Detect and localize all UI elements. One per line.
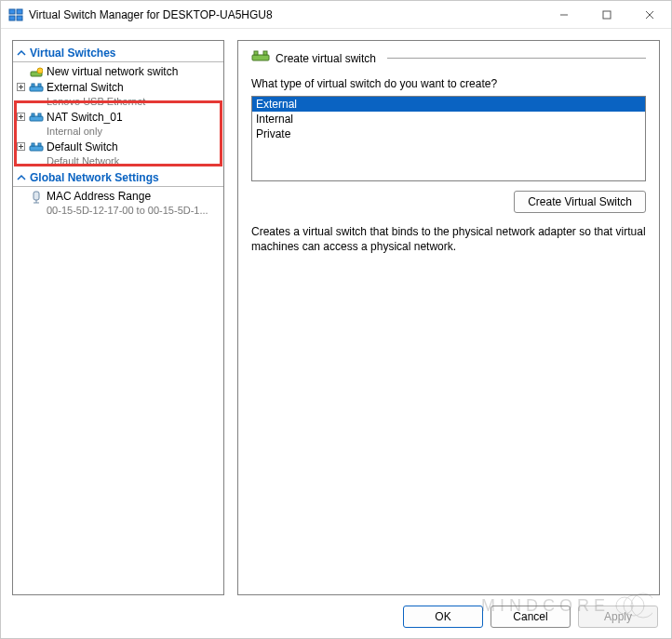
svg-rect-15 [38,84,41,87]
window-title: Virtual Switch Manager for DESKTOP-UA5HG… [29,8,543,21]
switch-icon [29,111,44,125]
client-area: Virtual Switches New virtual network swi… [1,29,671,595]
node-sublabel: Lenovo USB Ethernet [47,95,145,109]
option-internal[interactable]: Internal [252,112,645,126]
node-sublabel: Internal only [47,125,123,139]
switch-type-listbox[interactable]: External Internal Private [251,96,646,181]
sidebar-item-external-switch[interactable]: External Switch Lenovo USB Ethernet [13,80,223,110]
dialog-footer: OK Cancel Apply [1,595,671,638]
close-button[interactable] [628,1,671,28]
expander-icon[interactable] [17,142,26,152]
content-pane: Create virtual switch What type of virtu… [237,40,660,595]
titlebar[interactable]: Virtual Switch Manager for DESKTOP-UA5HG… [1,1,671,29]
svg-rect-33 [263,51,267,55]
mac-icon [29,190,44,204]
maximize-button[interactable] [585,1,628,28]
sidebar-item-new-switch[interactable]: New virtual network switch [13,64,223,80]
svg-rect-20 [32,113,34,116]
new-switch-icon [29,65,44,79]
option-external[interactable]: External [252,97,645,112]
section-label: Virtual Switches [30,47,115,60]
section-label: Global Network Settings [30,171,159,184]
svg-rect-25 [30,146,43,151]
pane-header: Create virtual switch [251,50,646,66]
sidebar-item-nat-switch[interactable]: NAT Switch_01 Internal only [13,110,223,140]
collapse-icon [17,173,26,182]
svg-rect-1 [17,9,22,14]
node-label: NAT Switch_01 [47,111,123,125]
svg-rect-28 [34,192,39,200]
app-icon [8,7,23,22]
create-switch-button[interactable]: Create Virtual Switch [514,191,646,213]
svg-rect-21 [38,113,41,116]
expander-icon[interactable] [17,83,26,92]
prompt-text: What type of virtual switch do you want … [251,77,646,90]
sidebar[interactable]: Virtual Switches New virtual network swi… [12,40,224,595]
window-controls [543,1,671,28]
svg-rect-14 [32,84,34,87]
collapse-icon [17,48,26,58]
divider [387,58,646,59]
node-label: MAC Address Range [47,190,208,204]
svg-rect-2 [9,16,15,20]
svg-rect-19 [30,116,43,121]
pane-title: Create virtual switch [276,52,376,65]
svg-rect-26 [32,143,34,146]
section-virtual-switches[interactable]: Virtual Switches [13,45,223,62]
svg-rect-5 [603,11,611,19]
node-label: Default Switch [47,140,119,154]
section-global-settings[interactable]: Global Network Settings [13,169,223,187]
sidebar-item-default-switch[interactable]: Default Switch Default Network [13,140,223,169]
option-private[interactable]: Private [252,126,645,141]
svg-rect-3 [17,16,22,20]
switch-icon [251,50,270,66]
ok-button[interactable]: OK [403,606,483,628]
node-sublabel: Default Network [47,154,119,168]
node-label: New virtual network switch [47,65,178,79]
window-root: Virtual Switch Manager for DESKTOP-UA5HG… [0,0,672,639]
switch-icon [29,81,44,95]
sidebar-item-mac-range[interactable]: MAC Address Range 00-15-5D-12-17-00 to 0… [13,189,223,219]
svg-rect-13 [30,87,43,91]
svg-rect-31 [252,55,269,60]
switch-icon [29,140,44,154]
node-sublabel: 00-15-5D-12-17-00 to 00-15-5D-1... [47,204,208,218]
svg-rect-32 [254,51,258,55]
minimize-button[interactable] [543,1,585,28]
description-text: Creates a virtual switch that binds to t… [251,224,646,254]
svg-rect-27 [38,143,41,146]
cancel-button[interactable]: Cancel [491,606,571,628]
apply-button[interactable]: Apply [578,606,658,628]
node-label: External Switch [47,81,145,95]
svg-rect-0 [9,9,15,14]
svg-point-9 [37,68,43,73]
expander-icon[interactable] [17,113,26,122]
